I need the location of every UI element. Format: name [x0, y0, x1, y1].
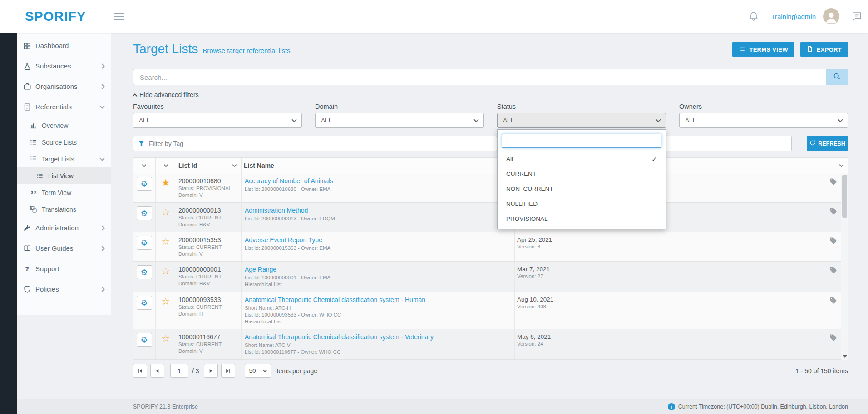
dropdown-option-current[interactable]: CURRENT: [502, 166, 661, 181]
favourite-star-outline[interactable]: ☆: [162, 297, 170, 306]
favourite-star-outline[interactable]: ☆: [162, 237, 170, 246]
sidebar-item-target-lists[interactable]: Target Lists: [17, 151, 111, 167]
list-icon: [35, 171, 44, 180]
dropdown-option-non-current[interactable]: NON_CURRENT: [502, 181, 661, 196]
updated-date: May 6, 2021: [517, 333, 570, 341]
dropdown-option-provisional[interactable]: PROVISIONAL: [502, 211, 661, 226]
list-name-link[interactable]: Age Range: [245, 265, 514, 273]
favourite-star-outline[interactable]: ☆: [162, 207, 170, 217]
sidebar-item-translations[interactable]: Translations: [17, 201, 111, 218]
gear-icon: ⚙: [140, 180, 148, 188]
menu-icon[interactable]: [114, 13, 124, 20]
chevron-down-icon: [473, 117, 478, 122]
tag-icon[interactable]: [829, 297, 837, 325]
sidebar-item-source-lists[interactable]: Source Lists: [17, 134, 111, 151]
settings-button[interactable]: ⚙: [137, 333, 152, 347]
export-button[interactable]: EXPORT: [800, 42, 848, 57]
list-meta: List Id: 200000015353 - Owner: EMA: [245, 245, 514, 252]
refresh-button[interactable]: REFRESH: [807, 136, 848, 151]
owners-label: Owners: [679, 103, 848, 110]
shield-icon: [23, 285, 31, 293]
advanced-filters-toggle[interactable]: Hide advanced filters: [133, 91, 848, 98]
gear-icon: ⚙: [140, 299, 148, 307]
updated-date: Apr 25, 2021: [517, 236, 570, 244]
tag-icon[interactable]: [829, 178, 837, 199]
avatar[interactable]: [823, 8, 839, 24]
prev-page-button[interactable]: [150, 364, 164, 378]
tag-icon[interactable]: [829, 266, 837, 288]
status-text: Status: CURRENT: [178, 214, 241, 221]
tag-filter-input[interactable]: [133, 136, 497, 151]
sidebar-item-support[interactable]: ? Support: [17, 258, 111, 279]
page-size-select[interactable]: 50: [245, 364, 271, 378]
updated-date: Aug 10, 2021: [517, 296, 570, 303]
chevron-down-icon: [99, 156, 104, 161]
sidebar-item-dashboard[interactable]: Dashboard: [17, 35, 111, 56]
settings-button[interactable]: ⚙: [137, 236, 152, 250]
search-button[interactable]: [826, 69, 848, 85]
sidebar-item-list-view[interactable]: List View: [17, 167, 111, 184]
favourite-star-outline[interactable]: ☆: [162, 266, 170, 276]
settings-button[interactable]: ⚙: [137, 265, 152, 279]
hierarchical-flag: Hierarchical List: [245, 318, 514, 325]
footer: SPORIFY 21.3 Enterprise i Current Timezo…: [17, 399, 868, 414]
favourite-star-filled[interactable]: ★: [162, 178, 170, 187]
sidebar-item-referentials[interactable]: Referentials: [17, 97, 111, 117]
chat-icon[interactable]: [851, 11, 863, 22]
sidebar-item-term-view[interactable]: Term View: [17, 184, 111, 201]
favourite-star-outline[interactable]: ☆: [162, 334, 170, 343]
settings-button[interactable]: ⚙: [137, 296, 152, 310]
dropdown-option-all[interactable]: All ✓: [502, 151, 661, 166]
page-input[interactable]: [170, 364, 188, 378]
chevron-down-icon: [838, 117, 843, 122]
list-name-link[interactable]: Accuracy of Number of Animals: [245, 177, 514, 185]
column-menu-icon[interactable]: [142, 162, 147, 167]
sidebar-item-overview[interactable]: Overview: [17, 117, 111, 134]
list-name-link[interactable]: Anatomical Therapeutic Chemical classifi…: [245, 333, 514, 341]
last-page-button[interactable]: [221, 364, 235, 378]
first-page-button[interactable]: [133, 364, 147, 378]
settings-button[interactable]: ⚙: [137, 206, 152, 220]
tag-icon[interactable]: [829, 334, 837, 356]
column-menu-icon[interactable]: [232, 162, 237, 167]
list-name-link[interactable]: Administration Method: [245, 206, 514, 214]
sidebar-item-policies[interactable]: Policies: [17, 279, 111, 299]
list-meta: List Id: 100000093533 - Owner: WHO CC: [245, 312, 514, 318]
scrollbar-thumb[interactable]: [842, 175, 847, 218]
sidebar-item-user-guides[interactable]: User Guides: [17, 238, 111, 258]
sidebar-item-substances[interactable]: Substances: [17, 56, 111, 76]
status-select[interactable]: ALL: [497, 113, 666, 128]
favourites-select[interactable]: ALL: [133, 113, 302, 128]
owners-select[interactable]: ALL: [679, 113, 848, 128]
list-name-link[interactable]: Anatomical Therapeutic Chemical classifi…: [245, 296, 514, 304]
column-header-list-name[interactable]: List Name: [242, 162, 274, 169]
table-row: ⚙ ☆ 200000000013 Status: CURRENT Domain:…: [133, 203, 848, 232]
chevron-right-icon: [99, 287, 104, 292]
status-text: Status: CURRENT: [178, 273, 241, 280]
list-icon: [29, 138, 38, 146]
search-input[interactable]: [133, 69, 848, 85]
column-menu-icon[interactable]: [839, 162, 844, 167]
scroll-down-icon[interactable]: [843, 355, 847, 358]
chevron-down-icon: [99, 103, 104, 108]
dropdown-option-nullified[interactable]: NULLIFIED: [502, 196, 661, 211]
bell-icon[interactable]: [748, 11, 759, 22]
domain-select[interactable]: ALL: [315, 113, 484, 128]
user-name[interactable]: Training\admin: [771, 13, 816, 20]
gear-icon: ⚙: [140, 239, 148, 247]
terms-view-button[interactable]: TERMS VIEW: [732, 42, 794, 57]
chevron-right-icon: [99, 225, 104, 230]
tag-icon[interactable]: [829, 207, 837, 228]
sidebar-item-administration[interactable]: Administration: [17, 218, 111, 238]
list-id: 100000116677: [178, 333, 241, 341]
dropdown-search-input[interactable]: [502, 134, 661, 148]
sidebar-item-organisations[interactable]: Organisations: [17, 76, 111, 97]
tag-icon[interactable]: [829, 237, 837, 258]
list-name-link[interactable]: Adverse Event Report Type: [245, 236, 514, 244]
column-menu-icon[interactable]: [163, 162, 168, 167]
scrollbar[interactable]: [841, 174, 848, 360]
next-page-button[interactable]: [204, 364, 218, 378]
info-icon: i: [668, 403, 675, 410]
column-header-list-id[interactable]: List Id: [176, 162, 197, 169]
settings-button[interactable]: ⚙: [137, 177, 152, 191]
